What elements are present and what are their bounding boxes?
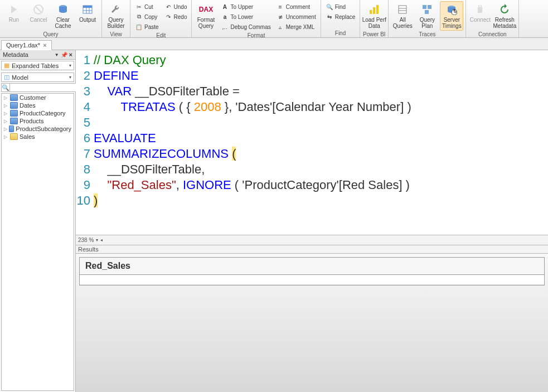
refresh-icon — [498, 3, 511, 16]
line-number: 9 — [76, 177, 94, 193]
undo-button[interactable]: ↶Undo — [162, 2, 190, 12]
scroll-left-icon[interactable]: ◂ — [100, 238, 103, 243]
to-lower-button[interactable]: aTo Lower — [219, 12, 273, 22]
table-label: ProductCategory — [20, 110, 66, 117]
expand-icon[interactable]: ▷ — [4, 95, 8, 100]
group-label: Query — [2, 31, 99, 38]
code-editor[interactable]: 1// DAX Query2DEFINE3 VAR __DS0FilterTab… — [76, 50, 548, 235]
cut-button[interactable]: ✂Cut — [133, 2, 161, 12]
cancel-button[interactable]: Cancel — [27, 1, 50, 25]
svg-rect-12 — [399, 6, 406, 13]
tab-label: Query1.dax* — [6, 42, 40, 49]
code-line[interactable]: 10) — [76, 193, 548, 209]
table-productcategory[interactable]: ▷ProductCategory — [2, 109, 74, 117]
line-number: 7 — [76, 146, 94, 162]
clear-cache-button[interactable]: Clear Cache — [51, 1, 75, 31]
table-customer[interactable]: ▷Customer — [2, 94, 74, 101]
close-icon[interactable]: × — [69, 51, 72, 58]
to-upper-button[interactable]: ATo Upper — [219, 2, 273, 12]
table-icon — [10, 102, 18, 109]
line-number: 2 — [76, 68, 94, 84]
server-timings-button[interactable]: Server Timings ↖ — [440, 1, 463, 31]
close-icon[interactable]: × — [43, 42, 46, 49]
line-content[interactable]: // DAX Query — [94, 52, 166, 68]
table-productsubcategory[interactable]: ▷ProductSubcategory — [2, 125, 74, 133]
cursor-icon: ↖ — [453, 7, 458, 14]
expand-icon[interactable]: ▷ — [4, 119, 8, 124]
pin-icon[interactable]: 📌 — [61, 52, 67, 58]
plan-icon — [420, 3, 434, 16]
find-icon: 🔍 — [326, 3, 333, 11]
copy-button[interactable]: ⧉Copy — [133, 12, 161, 22]
code-line[interactable]: 4 TREATAS ( { 2008 }, 'Dates'[Calendar Y… — [76, 99, 548, 115]
ribbon-group-powerbi: Load Perf Data Power BI — [360, 0, 389, 37]
table-label: Customer — [20, 94, 46, 101]
expand-icon[interactable]: ▷ — [4, 111, 8, 116]
zoom-dropdown-icon[interactable]: ▾ — [96, 238, 98, 243]
load-perf-button[interactable]: Load Perf Data — [362, 1, 386, 31]
table-icon — [10, 118, 18, 124]
zoom-label: 238 % — [78, 237, 94, 243]
table-label: Sales — [20, 133, 35, 140]
model-combo[interactable]: ◫Model ▾ — [1, 72, 74, 82]
code-line[interactable]: 1// DAX Query — [76, 52, 548, 68]
line-content[interactable]: TREATAS ( { 2008 }, 'Dates'[Calendar Yea… — [94, 99, 411, 115]
table-icon — [10, 133, 18, 140]
expand-icon[interactable]: ▷ — [4, 103, 8, 108]
code-line[interactable]: 2DEFINE — [76, 68, 548, 84]
line-content[interactable]: "Red_Sales", IGNORE ( 'ProductCategory'[… — [94, 177, 410, 193]
loadperf-icon — [367, 3, 381, 16]
main-area: Metadata ▼ 📌 × ▦Expanded Tables ▾ ◫Model… — [0, 50, 548, 392]
tables-tree[interactable]: ▷Customer▷Dates▷ProductCategory▷Products… — [1, 93, 74, 391]
run-button[interactable]: Run — [2, 1, 26, 25]
column-header[interactable]: Red_Sales — [80, 258, 544, 275]
tables-mode-combo[interactable]: ▦Expanded Tables ▾ — [1, 61, 74, 70]
debug-commas-button[interactable]: ,‥Debug Commas — [219, 22, 273, 32]
uncomment-button[interactable]: ≢Uncomment — [274, 12, 318, 22]
copy-icon: ⧉ — [135, 13, 143, 21]
line-content[interactable]: DEFINE — [94, 68, 139, 84]
query-plan-button[interactable]: Query Plan — [415, 1, 439, 31]
results-grid[interactable]: Red_Sales — [79, 257, 545, 285]
svg-rect-9 — [370, 10, 372, 14]
line-content[interactable]: ) — [94, 193, 98, 209]
code-line[interactable]: 3 VAR __DS0FilterTable = — [76, 84, 548, 99]
code-line[interactable]: 7SUMMARIZECOLUMNS ( — [76, 146, 548, 162]
editor-statusbar: 238 % ▾ ◂ — [76, 235, 548, 245]
code-line[interactable]: 6EVALUATE — [76, 130, 548, 146]
code-line[interactable]: 8 __DS0FilterTable, — [76, 162, 548, 177]
query-builder-button[interactable]: Query Builder — [104, 1, 128, 31]
table-label: Products — [20, 118, 43, 124]
table-products[interactable]: ▷Products — [2, 117, 74, 125]
svg-marker-0 — [11, 6, 17, 13]
tab-query1[interactable]: Query1.dax* × — [1, 40, 52, 50]
paste-button[interactable]: 📋Paste — [133, 22, 161, 32]
replace-button[interactable]: ⇆Replace — [323, 12, 358, 22]
refresh-metadata-button[interactable]: Refresh Metadata — [493, 1, 516, 31]
format-query-button[interactable]: DAX Format Query — [194, 1, 217, 31]
line-content[interactable]: __DS0FilterTable, — [94, 162, 205, 177]
undo-icon: ↶ — [164, 3, 172, 11]
all-queries-button[interactable]: All Queries — [391, 1, 414, 31]
redo-button[interactable]: ↷Redo — [162, 12, 190, 22]
dropdown-icon[interactable]: ▼ — [55, 52, 59, 57]
expand-icon[interactable]: ▷ — [4, 134, 8, 139]
output-button[interactable]: Output — [76, 1, 99, 25]
merge-xml-button[interactable]: ▵Merge XML — [274, 22, 318, 32]
line-content[interactable]: SUMMARIZECOLUMNS ( — [94, 146, 236, 162]
find-button[interactable]: 🔍Find — [323, 2, 358, 12]
code-line[interactable]: 9 "Red_Sales", IGNORE ( 'ProductCategory… — [76, 177, 548, 193]
table-dates[interactable]: ▷Dates — [2, 101, 74, 109]
search-icon: 🔍 — [1, 83, 9, 92]
ribbon-group-view: Query Builder View — [102, 0, 130, 37]
connect-button[interactable]: Connect — [468, 1, 492, 25]
line-content[interactable]: EVALUATE — [94, 130, 156, 146]
play-icon — [7, 3, 21, 16]
table-sales[interactable]: ▷Sales — [2, 133, 74, 141]
table-row[interactable] — [80, 275, 544, 285]
replace-icon: ⇆ — [326, 13, 333, 21]
line-content[interactable]: VAR __DS0FilterTable = — [94, 84, 240, 99]
comment-button[interactable]: ≡Comment — [274, 2, 318, 12]
code-line[interactable]: 5 — [76, 115, 548, 130]
expand-icon[interactable]: ▷ — [4, 127, 7, 132]
